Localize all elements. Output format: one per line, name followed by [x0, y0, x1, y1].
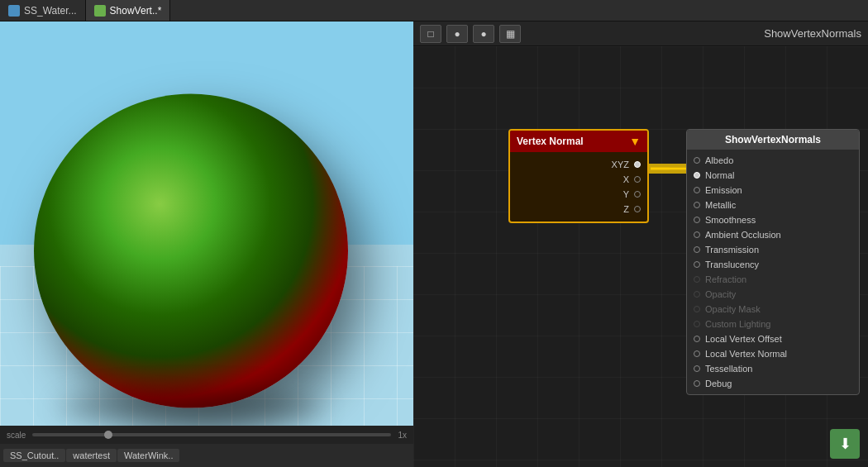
vertex-normal-node[interactable]: Vertex Normal ▼ XYZ X Y — [508, 129, 649, 223]
show-port-dot-10[interactable] — [694, 306, 700, 312]
port-z-label: Z — [623, 204, 629, 214]
vertex-normal-arrow[interactable]: ▼ — [629, 135, 641, 148]
show-port-label-2: Emission — [705, 185, 742, 195]
show-port-label-10: Opacity Mask — [705, 304, 761, 314]
show-port-row-2: Emission — [687, 183, 859, 198]
port-z-dot[interactable] — [634, 206, 641, 212]
show-port-row-9: Opacity — [687, 287, 859, 302]
tab-ss-water-label: SS_Water... — [24, 5, 77, 17]
show-port-label-1: Normal — [705, 170, 734, 180]
show-port-dot-9[interactable] — [694, 291, 700, 298]
asset-bar: SS_Cutout.. watertest WaterWink.. — [0, 444, 413, 467]
show-port-label-8: Refraction — [705, 274, 746, 284]
show-port-label-7: Translucency — [705, 260, 759, 269]
show-port-row-5: Ambient Occlusion — [687, 227, 859, 242]
asset-item-1[interactable]: watertest — [66, 449, 117, 462]
show-port-dot-4[interactable] — [694, 217, 700, 223]
vertex-normal-title: Vertex Normal — [517, 136, 584, 147]
show-port-dot-2[interactable] — [694, 187, 700, 193]
show-port-label-13: Local Vertex Normal — [705, 349, 787, 359]
show-port-row-14: Tessellation — [687, 361, 859, 376]
shader-toolbar: □ ● ● ▦ ShowVertexNormals — [413, 21, 868, 46]
show-port-row-11: Custom Lighting — [687, 317, 859, 331]
shader-title: ShowVertexNormals — [764, 27, 861, 40]
show-port-dot-5[interactable] — [694, 231, 700, 238]
port-xyz-dot[interactable] — [634, 161, 641, 168]
show-port-label-11: Custom Lighting — [705, 319, 771, 329]
show-port-label-6: Transmission — [705, 245, 759, 255]
show-vertex-normals-header: ShowVertexNormals — [687, 130, 859, 150]
sphere-preview — [34, 93, 348, 407]
toolbar-grid-btn[interactable]: ▦ — [499, 25, 521, 43]
download-button[interactable]: ⬇ — [830, 429, 860, 459]
show-port-label-5: Ambient Occlusion — [705, 230, 781, 240]
main-area: scale 1x SS_Cutout.. watertest WaterWink… — [0, 21, 868, 467]
show-vertex-normals-title: ShowVertexNormals — [725, 134, 821, 145]
preview-panel: scale 1x SS_Cutout.. watertest WaterWink… — [0, 21, 413, 467]
show-port-dot-15[interactable] — [694, 380, 700, 387]
tab-show-vert-icon — [94, 5, 106, 17]
zoom-label: scale — [7, 431, 26, 440]
shader-panel: □ ● ● ▦ ShowVertexNormals — [413, 21, 868, 467]
port-y-row: Y — [510, 187, 647, 202]
tab-bar: SS_Water... ShowVert..* — [0, 0, 868, 21]
port-x-label: X — [623, 174, 629, 184]
show-port-label-0: Albedo — [705, 155, 733, 165]
shader-canvas[interactable]: Vertex Normal ▼ XYZ X Y — [413, 46, 868, 467]
show-port-dot-6[interactable] — [694, 246, 700, 253]
show-port-row-3: Metallic — [687, 198, 859, 212]
show-vertex-normals-node[interactable]: ShowVertexNormals AlbedoNormalEmissionMe… — [686, 129, 860, 395]
port-z-row: Z — [510, 202, 647, 217]
tab-ss-water[interactable]: SS_Water... — [0, 0, 86, 21]
show-port-row-8: Refraction — [687, 272, 859, 287]
zoom-bar: scale 1x — [0, 426, 413, 444]
show-port-label-9: Opacity — [705, 289, 736, 299]
show-port-dot-1[interactable] — [694, 172, 700, 179]
toolbar-circle2-btn[interactable]: ● — [473, 25, 494, 43]
show-port-row-12: Local Vertex Offset — [687, 331, 859, 346]
toolbar-circle1-btn[interactable]: ● — [446, 25, 468, 43]
show-port-label-4: Smoothness — [705, 215, 756, 225]
show-port-dot-12[interactable] — [694, 336, 700, 342]
show-port-row-6: Transmission — [687, 242, 859, 257]
zoom-thumb — [104, 431, 112, 439]
show-port-row-13: Local Vertex Normal — [687, 346, 859, 361]
port-xyz-row: XYZ — [510, 157, 647, 172]
show-port-label-12: Local Vertex Offset — [705, 334, 782, 344]
show-port-row-1: Normal — [687, 168, 859, 183]
tab-show-vert[interactable]: ShowVert..* — [86, 0, 171, 21]
show-port-dot-13[interactable] — [694, 350, 700, 357]
zoom-track[interactable] — [32, 433, 391, 436]
show-port-dot-0[interactable] — [694, 157, 700, 164]
tab-show-vert-label: ShowVert..* — [110, 5, 162, 17]
show-vertex-normals-body: AlbedoNormalEmissionMetallicSmoothnessAm… — [687, 150, 859, 394]
port-y-label: Y — [623, 189, 629, 199]
port-xyz-label: XYZ — [612, 160, 629, 169]
zoom-value: 1x — [398, 431, 407, 440]
sphere-shadow — [59, 391, 323, 424]
sphere-container — [34, 93, 348, 407]
show-port-dot-3[interactable] — [694, 202, 700, 208]
show-port-dot-14[interactable] — [694, 365, 700, 372]
port-x-row: X — [510, 172, 647, 187]
asset-item-0[interactable]: SS_Cutout.. — [3, 449, 65, 462]
show-port-label-15: Debug — [705, 379, 732, 388]
show-port-row-15: Debug — [687, 376, 859, 391]
show-port-row-0: Albedo — [687, 153, 859, 168]
show-port-label-14: Tessellation — [705, 364, 752, 374]
download-icon: ⬇ — [839, 435, 851, 453]
show-port-row-4: Smoothness — [687, 212, 859, 227]
toolbar-square-btn[interactable]: □ — [420, 25, 441, 43]
show-port-dot-8[interactable] — [694, 276, 700, 283]
show-port-label-3: Metallic — [705, 200, 736, 210]
vertex-normal-node-body: XYZ X Y Z — [510, 152, 647, 222]
show-port-row-10: Opacity Mask — [687, 302, 859, 317]
asset-item-2[interactable]: WaterWink.. — [117, 449, 180, 462]
show-port-dot-11[interactable] — [694, 321, 700, 327]
show-port-dot-7[interactable] — [694, 261, 700, 268]
port-x-dot[interactable] — [634, 176, 641, 183]
port-y-dot[interactable] — [634, 191, 641, 198]
show-port-row-7: Translucency — [687, 257, 859, 272]
tab-ss-water-icon — [8, 5, 20, 17]
vertex-normal-node-header: Vertex Normal ▼ — [510, 131, 647, 152]
